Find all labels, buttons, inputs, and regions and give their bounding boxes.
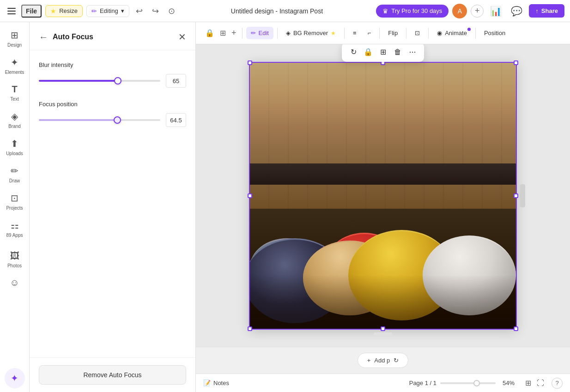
- notes-button[interactable]: 📝 Notes: [203, 380, 229, 386]
- document-title[interactable]: Untitled design - Instagram Post: [182, 7, 373, 15]
- focus-position-slider[interactable]: [39, 119, 160, 121]
- fullscreen-button[interactable]: ⛶: [535, 377, 546, 389]
- animate-icon: ◉: [437, 30, 442, 36]
- frame-handle-bottom[interactable]: [374, 332, 392, 336]
- flip-button[interactable]: Flip: [383, 27, 402, 39]
- sidebar-item-face[interactable]: ☺: [2, 274, 28, 294]
- panel-header-left: ← Auto Focus: [39, 32, 93, 42]
- page-slider-thumb[interactable]: [473, 380, 480, 386]
- toolbar-divider-2: [277, 28, 278, 39]
- left-sidebar: ⊞ Design ✦ Elements T Text ◈ Brand ⬆ Upl…: [0, 22, 30, 392]
- blur-fill: [39, 80, 118, 82]
- pro-badge-icon: ★: [331, 30, 336, 36]
- sidebar-item-projects[interactable]: ⊡ Projects: [2, 189, 28, 214]
- photos-icon: 🖼: [10, 251, 19, 261]
- elements-icon: ✦: [11, 57, 18, 68]
- apps-icon: ⚏: [11, 220, 19, 231]
- float-delete-button[interactable]: 🗑: [391, 45, 405, 59]
- right-resize-handle[interactable]: [520, 184, 525, 207]
- canvas-area: 🔒 ⊞ + ✏ Edit ◈ BG Remover ★ ≡ ⌐: [196, 22, 570, 392]
- cloud-save-icon[interactable]: ⊙: [165, 4, 178, 18]
- add-page-button[interactable]: + Add p ↻: [358, 353, 409, 368]
- redo-button[interactable]: ↪: [149, 4, 162, 18]
- focus-value[interactable]: 64.5: [166, 113, 186, 127]
- lines-button[interactable]: ≡: [348, 27, 361, 39]
- blur-value[interactable]: 65: [166, 74, 186, 88]
- floating-toolbar: ↻ 🔒 ⊞ 🗑 ···: [342, 44, 424, 62]
- help-button[interactable]: ?: [552, 378, 563, 389]
- float-lock-button[interactable]: 🔒: [361, 45, 375, 59]
- zoom-level[interactable]: 54%: [499, 380, 518, 386]
- sidebar-item-text[interactable]: T Text: [2, 80, 28, 105]
- edit-button[interactable]: ✏ Edit: [246, 27, 273, 39]
- add-account-button[interactable]: +: [471, 5, 484, 18]
- selection-handle-bm[interactable]: [381, 326, 385, 331]
- file-menu[interactable]: File: [21, 5, 42, 18]
- position-button[interactable]: Position: [479, 27, 510, 39]
- try-pro-button[interactable]: ♛ Try Pro for 30 days: [376, 5, 449, 18]
- selection-handle-br[interactable]: [514, 326, 518, 331]
- sidebar-item-apps[interactable]: ⚏ 89 Apps: [2, 216, 28, 241]
- canvas-frame[interactable]: ↻ 🔒 ⊞ 🗑 ···: [249, 62, 517, 330]
- duplicate-icon[interactable]: ⊞: [218, 27, 228, 39]
- blur-thumb[interactable]: [114, 77, 121, 84]
- lock-icon[interactable]: 🔒: [203, 27, 216, 39]
- sidebar-item-magic[interactable]: ✦: [5, 368, 25, 388]
- sidebar-item-design[interactable]: ⊞ Design: [2, 26, 28, 51]
- toolbar-divider-3: [344, 28, 345, 39]
- sidebar-item-uploads[interactable]: ⬆ Uploads: [2, 134, 28, 160]
- uploads-icon: ⬆: [11, 138, 18, 149]
- focus-position-label: Focus position: [39, 101, 186, 108]
- toolbar-divider-6: [428, 28, 429, 39]
- float-rotate-button[interactable]: ↻: [346, 45, 360, 59]
- analytics-icon[interactable]: 📊: [487, 4, 504, 18]
- remove-auto-focus-button[interactable]: Remove Auto Focus: [39, 365, 186, 385]
- selection-handle-tr[interactable]: [514, 60, 518, 65]
- blur-intensity-slider[interactable]: [39, 80, 160, 82]
- editing-mode-button[interactable]: ✏ Editing ▾: [86, 5, 129, 17]
- selection-handle-tl[interactable]: [248, 60, 252, 65]
- focus-thumb[interactable]: [114, 116, 121, 124]
- sidebar-item-draw[interactable]: ✏ Draw: [2, 162, 28, 187]
- float-copy-button[interactable]: ⊞: [376, 45, 390, 59]
- text-icon: T: [12, 84, 17, 95]
- magic-icon: ✦: [11, 373, 18, 384]
- undo-button[interactable]: ↩: [133, 4, 146, 18]
- focus-fill: [39, 119, 117, 121]
- page-slider[interactable]: [440, 382, 496, 384]
- top-navigation: File ★ Resize ✏ Editing ▾ ↩ ↪ ⊙ Untitled…: [0, 0, 570, 22]
- bottom-bar: 📝 Notes Page 1 / 1 54% ⊞ ⛶ ?: [196, 374, 570, 392]
- crop-icon: ⌐: [368, 30, 371, 36]
- sidebar-item-brand[interactable]: ◈ Brand: [2, 107, 28, 133]
- selection-handle-mr[interactable]: [514, 193, 518, 198]
- panel-title: Auto Focus: [53, 33, 93, 41]
- notes-icon: 📝: [203, 380, 211, 386]
- design-icon: ⊞: [11, 30, 18, 41]
- transparency-button[interactable]: ⊡: [410, 27, 424, 39]
- page-indicator: Page 1 / 1 54%: [409, 380, 518, 386]
- hamburger-menu[interactable]: [6, 6, 18, 16]
- comments-icon[interactable]: 💬: [508, 4, 525, 18]
- resize-button[interactable]: ★ Resize: [45, 5, 83, 17]
- canvas-viewport[interactable]: ↻ 🔒 ⊞ 🗑 ···: [196, 44, 570, 347]
- add-page-spinner-icon: ↻: [394, 357, 399, 364]
- grid-view-button[interactable]: ⊞: [523, 377, 533, 389]
- canvas-image-scene: [250, 63, 516, 329]
- share-button[interactable]: ↑ Share: [529, 4, 564, 18]
- sidebar-item-photos[interactable]: 🖼 Photos: [2, 247, 28, 272]
- panel-header: ← Auto Focus ✕: [30, 22, 195, 50]
- crop-button[interactable]: ⌐: [363, 27, 376, 39]
- selection-handle-bl[interactable]: [248, 326, 252, 331]
- panel-back-button[interactable]: ←: [39, 32, 48, 42]
- transparency-icon: ⊡: [415, 30, 420, 36]
- float-more-button[interactable]: ···: [406, 45, 419, 59]
- sidebar-item-elements[interactable]: ✦ Elements: [2, 53, 28, 78]
- bg-remover-button[interactable]: ◈ BG Remover ★: [281, 27, 340, 39]
- animate-button[interactable]: ◉ Animate: [432, 27, 472, 39]
- page-number: Page 1 / 1: [409, 380, 437, 386]
- selection-handle-ml[interactable]: [248, 193, 252, 198]
- panel-close-button[interactable]: ✕: [178, 31, 186, 42]
- add-page-icon[interactable]: +: [230, 26, 238, 40]
- user-avatar[interactable]: A: [452, 4, 467, 18]
- blur-intensity-label: Blur intensity: [39, 61, 186, 68]
